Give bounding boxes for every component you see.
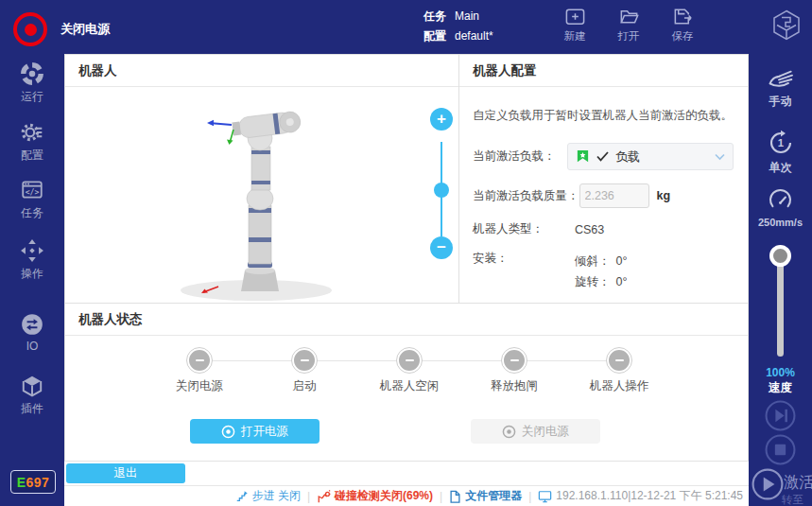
jog-arrows-icon (20, 238, 44, 263)
error-code-number: 697 (26, 475, 49, 490)
sidebar-item-run[interactable]: 运行 (0, 61, 64, 105)
power-on-button[interactable]: 打开电源 (190, 419, 320, 444)
exit-button[interactable]: 退出 (66, 463, 185, 483)
skip-next-button[interactable] (765, 400, 796, 431)
stop-button[interactable] (765, 434, 796, 465)
step-circle-icon (187, 348, 212, 373)
step-mode-indicator[interactable]: 步进 关闭 (235, 488, 301, 504)
new-file-icon (564, 6, 586, 27)
zoom-out-button[interactable]: − (430, 236, 453, 259)
step-circle-icon (292, 348, 317, 373)
power-off-button[interactable]: 关闭电源 (471, 419, 600, 444)
cycle-single-label: 单次 (769, 160, 792, 176)
status-step-operate: 机器人操作 (572, 348, 666, 394)
power-status-button[interactable]: 关闭电源 (13, 12, 110, 46)
main-content: 机器人 (64, 54, 749, 506)
status-step-idle: 机器人空闲 (362, 348, 457, 394)
chevron-down-icon (715, 153, 725, 161)
green-bookmark-star-icon (576, 149, 590, 164)
view-zoom-knob[interactable] (434, 183, 449, 198)
file-manager-icon (449, 490, 461, 503)
code-task-icon: </> (20, 178, 44, 202)
power-off-indicator-icon (13, 12, 47, 46)
error-code-prefix: E (17, 475, 26, 490)
robot-arm-illustration (65, 86, 458, 303)
robot-3d-viewport[interactable] (65, 86, 458, 303)
collision-detection-indicator[interactable]: 碰撞检测关闭(69%) (317, 488, 433, 504)
mode-manual-label: 手动 (769, 94, 792, 110)
open-task-button[interactable]: 打开 (608, 6, 649, 44)
status-bar: 步进 关闭 | 碰撞检测关闭(69%) | 文件管理器 | 192.168.1.… (64, 485, 749, 506)
speed-slider-track (777, 256, 784, 357)
sidebar-item-operate[interactable]: 操作 (0, 238, 64, 282)
collision-icon (317, 490, 331, 503)
robot-panel-title: 机器人 (65, 55, 458, 87)
svg-text:1: 1 (777, 137, 783, 148)
sidebar-item-config[interactable]: 配置 (0, 120, 64, 164)
config-value: default* (455, 26, 493, 46)
separator: | (528, 490, 531, 503)
single-cycle-icon: 1 (767, 129, 795, 157)
sidebar-item-io[interactable]: IO (0, 312, 64, 353)
save-task-button[interactable]: 保存 (662, 6, 703, 44)
payload-description: 自定义负载用于暂时设置机器人当前激活的负载。 (473, 108, 748, 124)
right-sidebar: 手动 1 单次 250mm/s 100% 速度 (749, 54, 812, 506)
settings-gear-icon (20, 120, 44, 145)
task-config-info: 任务 Main 配置 default* (423, 7, 493, 46)
rotate-label: 旋转： (575, 271, 613, 292)
brand-cube-icon (769, 8, 804, 44)
speed-percent-value: 100% (749, 366, 812, 379)
play-activate-button[interactable] (752, 468, 783, 499)
new-task-label: 新建 (564, 29, 586, 44)
sidebar-label-operate: 操作 (21, 266, 43, 282)
robot-type-value: CS63 (567, 223, 604, 236)
sidebar-label-config: 配置 (21, 148, 43, 164)
exit-row: 退出 (64, 461, 749, 487)
activate-label[interactable]: 激活 (784, 473, 812, 493)
speed-slider-knob[interactable] (769, 245, 791, 267)
cycle-single-button[interactable]: 1 单次 (749, 129, 812, 176)
sidebar-label-io: IO (26, 340, 39, 353)
payload-select[interactable]: 负载 (567, 143, 734, 170)
error-code-badge[interactable]: E697 (10, 470, 56, 494)
separator: | (440, 490, 442, 503)
sidebar-item-plugin[interactable]: 插件 (0, 374, 64, 417)
speed-limit-indicator[interactable]: 250mm/s (749, 186, 812, 228)
mass-input[interactable] (579, 183, 649, 208)
mass-unit: kg (657, 189, 671, 202)
payload-value: 负载 (615, 148, 708, 166)
status-step-startup: 启动 (257, 348, 352, 394)
new-task-button[interactable]: 新建 (554, 6, 596, 44)
mode-manual-button[interactable]: 手动 (749, 62, 812, 110)
open-file-icon (618, 6, 640, 27)
top-bar: 关闭电源 任务 Main 配置 default* 新建 打 (0, 0, 812, 54)
speed-label: 速度 (749, 380, 812, 396)
network-time-info: 192.168.1.110|12-12-21 下午 5:21:45 (538, 488, 743, 504)
payload-check-icon (596, 151, 609, 162)
step-circle-icon (607, 348, 631, 373)
zoom-in-button[interactable]: + (430, 108, 453, 131)
goto-label[interactable]: 转至 (782, 493, 803, 506)
file-manager-button[interactable]: 文件管理器 (449, 488, 522, 504)
step-circle-icon (502, 348, 527, 373)
svg-text:</>: </> (26, 187, 40, 197)
toolbar: 新建 打开 保存 (554, 6, 703, 44)
sidebar-label-task: 任务 (21, 205, 43, 221)
io-exchange-icon (20, 312, 44, 337)
sidebar-item-task[interactable]: </> 任务 (0, 178, 64, 221)
task-label: 任务 (423, 7, 446, 26)
mass-label: 当前激活负载质量： (473, 188, 579, 204)
speed-limit-label: 250mm/s (758, 217, 803, 228)
power-on-icon (221, 425, 235, 439)
network-monitor-icon (538, 490, 552, 503)
tilt-value: 0° (615, 254, 627, 268)
step-mode-icon (235, 490, 249, 503)
run-target-icon (20, 61, 44, 86)
save-icon (672, 6, 694, 27)
rotate-value: 0° (615, 275, 627, 288)
save-task-label: 保存 (672, 29, 694, 44)
status-step-release-brake: 释放抱闸 (467, 348, 561, 394)
open-task-label: 打开 (618, 29, 640, 44)
status-step-power-off: 关闭电源 (152, 348, 247, 394)
robot-view-panel: 机器人 (64, 54, 459, 304)
